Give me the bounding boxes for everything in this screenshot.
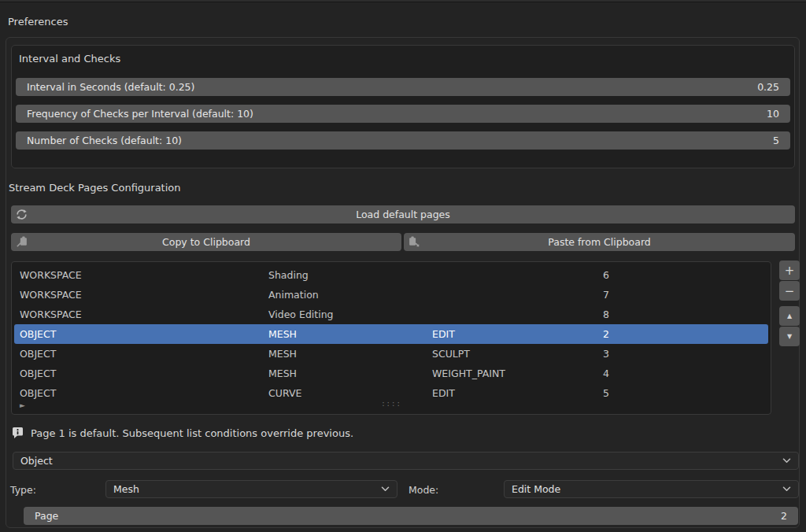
list-cell: WORKSPACE bbox=[20, 305, 82, 324]
frequency-checks-value: 10 bbox=[767, 108, 779, 120]
list-cell: Video Editing bbox=[268, 305, 334, 324]
type-value: Mesh bbox=[113, 483, 139, 495]
arrow-up-icon: ▲ bbox=[787, 312, 792, 320]
list-cell: 3 bbox=[603, 344, 609, 364]
list-cell: OBJECT bbox=[20, 364, 56, 383]
list-row[interactable]: OBJECTMESHEDIT2 bbox=[14, 324, 768, 344]
list-cell: WEIGHT_PAINT bbox=[432, 364, 505, 383]
list-cell: MESH bbox=[268, 324, 297, 344]
list-row[interactable]: WORKSPACEVideo Editing8 bbox=[14, 305, 768, 324]
list-cell: 8 bbox=[603, 305, 609, 324]
list-cell: 2 bbox=[603, 324, 609, 344]
move-page-down-button[interactable]: ▼ bbox=[779, 327, 800, 346]
list-cell: Shading bbox=[268, 265, 309, 285]
load-default-pages-button[interactable]: Load default pages bbox=[11, 205, 795, 224]
frequency-checks-label: Frequency of Checks per Interval (defaul… bbox=[27, 108, 253, 120]
page-slider-label: Page bbox=[35, 510, 58, 522]
interval-seconds-slider[interactable]: Interval in Seconds (default: 0.25) 0.25 bbox=[16, 78, 790, 96]
pages-config-title: Stream Deck Pages Configuration bbox=[9, 182, 181, 194]
plus-icon: + bbox=[785, 264, 795, 278]
info-icon bbox=[11, 427, 24, 439]
list-cell: 4 bbox=[603, 364, 609, 383]
list-cell: MESH bbox=[268, 344, 297, 364]
mode-dropdown[interactable]: Edit Mode bbox=[504, 480, 799, 498]
paste-from-clipboard-button[interactable]: Paste from Clipboard bbox=[404, 233, 795, 251]
number-checks-value: 5 bbox=[773, 135, 779, 146]
list-cell: OBJECT bbox=[20, 344, 56, 364]
remove-page-button[interactable]: − bbox=[779, 281, 800, 301]
condition-type-dropdown[interactable]: Object bbox=[13, 452, 799, 470]
page-title: Preferences bbox=[8, 16, 68, 28]
list-cell: WORKSPACE bbox=[20, 265, 82, 285]
pages-list-rows: WORKSPACEShading6WORKSPACEAnimation7WORK… bbox=[12, 265, 771, 403]
frequency-checks-slider[interactable]: Frequency of Checks per Interval (defaul… bbox=[16, 105, 790, 123]
minus-icon: − bbox=[785, 284, 795, 298]
page-number-slider[interactable]: Page 2 bbox=[24, 507, 798, 525]
list-cell: WORKSPACE bbox=[20, 285, 82, 305]
copy-to-clipboard-label: Copy to Clipboard bbox=[11, 233, 401, 251]
arrow-down-icon: ▼ bbox=[787, 333, 792, 340]
interval-seconds-label: Interval in Seconds (default: 0.25) bbox=[27, 81, 194, 93]
type-dropdown[interactable]: Mesh bbox=[105, 480, 397, 498]
list-cell: 6 bbox=[603, 265, 609, 285]
pages-list-footer: ► :::: bbox=[12, 400, 771, 412]
list-cell: SCULPT bbox=[432, 344, 470, 364]
info-text: Page 1 is default. Subsequent list condi… bbox=[31, 427, 353, 439]
list-cell: EDIT bbox=[432, 324, 455, 344]
chevron-down-icon bbox=[782, 486, 791, 492]
page-slider-value: 2 bbox=[781, 510, 787, 522]
mode-value: Edit Mode bbox=[512, 483, 560, 495]
interval-seconds-value: 0.25 bbox=[757, 81, 779, 93]
list-row[interactable]: OBJECTMESHSCULPT3 bbox=[14, 344, 768, 364]
number-checks-slider[interactable]: Number of Checks (default: 10) 5 bbox=[16, 131, 790, 150]
list-cell: Animation bbox=[268, 285, 319, 305]
list-cell: 7 bbox=[603, 285, 609, 305]
pages-list: WORKSPACEShading6WORKSPACEAnimation7WORK… bbox=[11, 261, 771, 415]
load-default-pages-label: Load default pages bbox=[11, 205, 795, 224]
interval-checks-title: Interval and Checks bbox=[19, 53, 120, 65]
list-row[interactable]: WORKSPACEShading6 bbox=[14, 265, 768, 285]
type-label: Type: bbox=[10, 484, 36, 496]
list-cell: OBJECT bbox=[20, 324, 56, 344]
list-cell: MESH bbox=[268, 364, 297, 383]
chevron-down-icon bbox=[381, 486, 390, 492]
paste-from-clipboard-label: Paste from Clipboard bbox=[404, 233, 795, 251]
list-row[interactable]: OBJECTMESHWEIGHT_PAINT4 bbox=[14, 364, 768, 383]
mode-label: Mode: bbox=[409, 484, 438, 496]
list-row[interactable]: WORKSPACEAnimation7 bbox=[14, 285, 768, 305]
top-divider bbox=[0, 0, 806, 2]
add-page-button[interactable]: + bbox=[779, 260, 800, 280]
number-checks-label: Number of Checks (default: 10) bbox=[27, 135, 182, 146]
move-page-up-button[interactable]: ▲ bbox=[779, 306, 800, 326]
list-resize-grip[interactable]: :::: bbox=[12, 400, 771, 408]
addon-preferences-panel: Preferences Interval and Checks Interval… bbox=[0, 0, 806, 532]
chevron-down-icon bbox=[782, 458, 791, 464]
condition-type-value: Object bbox=[20, 455, 53, 467]
copy-to-clipboard-button[interactable]: Copy to Clipboard bbox=[11, 233, 401, 251]
